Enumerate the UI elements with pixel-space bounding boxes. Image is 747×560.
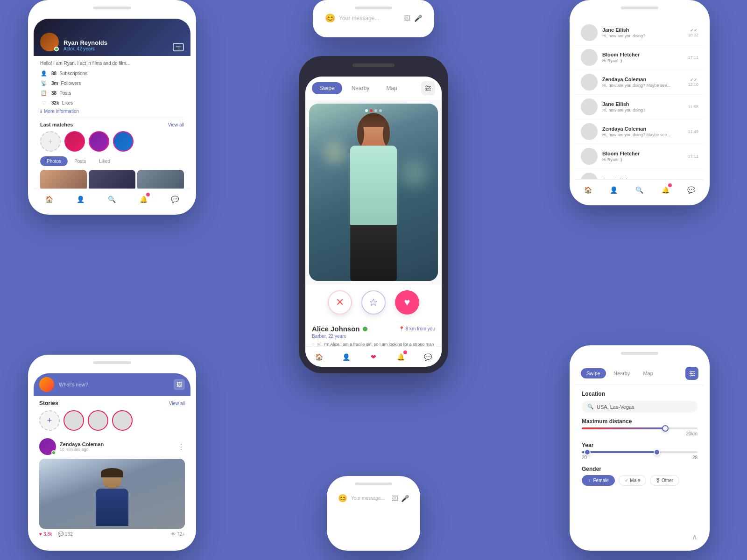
message-item[interactable]: Zendaya Coleman Hi, how are you doing? M…: [575, 70, 704, 95]
filter-btn[interactable]: [421, 81, 435, 95]
distance-fill: [582, 427, 665, 429]
match-avatar-1[interactable]: [64, 131, 85, 152]
stories-header: Stories View all: [34, 396, 190, 408]
distance-track: [582, 427, 698, 429]
mini-mic-icon[interactable]: 🎤: [401, 495, 409, 502]
star-button[interactable]: ☆: [361, 290, 386, 315]
message-input-inner: 😊 Your message... 🖼 🎤: [318, 9, 429, 32]
phone-messages: Jane Eilish Hi, how are you doing? ✓✓ 18…: [570, 0, 710, 205]
tab-swipe[interactable]: Swipe: [312, 82, 342, 94]
notification-badge: [668, 183, 672, 187]
message-item[interactable]: Bloom Fletcher Hi Ryan! :) 17:11: [575, 144, 704, 169]
post-person: [93, 468, 131, 529]
filter-tab-swipe[interactable]: Swipe: [581, 368, 606, 378]
msg-name-1: Jane Eilish: [602, 27, 688, 33]
match-avatar-3[interactable]: [113, 131, 134, 152]
matches-row: +: [40, 131, 184, 152]
year-thumb-left[interactable]: [584, 449, 591, 455]
mini-input-placeholder[interactable]: Your message...: [351, 496, 388, 501]
chevron-up-icon[interactable]: ∧: [692, 532, 698, 541]
gender-other-btn[interactable]: ⚧ Other: [650, 475, 679, 486]
dot-1: [365, 109, 368, 112]
story-avatar-1[interactable]: [63, 410, 84, 431]
swipe-bottom-nav: 🏠 👤 ❤ 🔔 💬: [305, 346, 442, 367]
add-story-btn[interactable]: +: [39, 410, 60, 431]
card-name-row: Alice Johnson 📍 8 km from you: [312, 325, 435, 333]
match-avatar-2[interactable]: [89, 131, 109, 152]
nav-search[interactable]: 🔍: [634, 185, 645, 195]
camera-icon[interactable]: 📷: [173, 43, 184, 51]
dislike-button[interactable]: ✕: [328, 290, 352, 315]
distance-labels: 20km: [582, 431, 698, 436]
msg-content-4: Jane Eilish Hi, how are you doing?: [602, 101, 688, 112]
nav-person[interactable]: 👤: [76, 194, 86, 204]
msg-preview-5: Hi, how are you doing? Maybe see...: [602, 133, 688, 137]
message-item[interactable]: Bloom Fletcher Hi Ryan! :) 17:11: [575, 45, 704, 70]
like-button[interactable]: ♥: [395, 290, 419, 315]
content-tabs: Photos Posts Liked: [40, 156, 184, 166]
nav-home[interactable]: 🏠: [583, 185, 593, 195]
bokeh-1: [323, 141, 346, 164]
year-label: Year: [582, 442, 698, 448]
nav-swipe-active[interactable]: ❤: [368, 352, 379, 362]
mini-image-icon[interactable]: 🖼: [392, 495, 398, 502]
message-list: Jane Eilish Hi, how are you doing? ✓✓ 18…: [575, 17, 704, 197]
feed-placeholder[interactable]: What's new?: [59, 382, 174, 387]
nav-home[interactable]: 🏠: [44, 194, 55, 204]
phone-swipe-main: Swipe Nearby Map: [299, 56, 448, 373]
distance-thumb[interactable]: [662, 425, 669, 432]
nav-chat[interactable]: 💬: [423, 352, 433, 362]
gender-male-btn[interactable]: ♂ Male: [619, 475, 646, 486]
likes-label: Likes: [62, 100, 73, 105]
tab-map[interactable]: Map: [379, 82, 404, 94]
message-item[interactable]: Jane Eilish Hi, how are you doing? ✓✓ 18…: [575, 21, 704, 45]
story-avatar-3[interactable]: [112, 410, 133, 431]
person-figure: [327, 113, 420, 281]
nav-search[interactable]: 🔍: [107, 194, 117, 204]
photo-2[interactable]: [89, 170, 135, 191]
add-match-btn[interactable]: +: [40, 131, 61, 152]
post-comments[interactable]: 💬 132: [58, 532, 73, 537]
tab-liked[interactable]: Liked: [92, 156, 117, 166]
story-avatar-2[interactable]: [88, 410, 108, 431]
year-thumb-right[interactable]: [654, 449, 660, 455]
bottom-nav: 🏠 👤 🔍 🔔 💬: [34, 189, 190, 209]
year-track: [582, 451, 698, 453]
msg-time-1: 18:32: [688, 33, 698, 37]
swipe-card[interactable]: [309, 104, 438, 281]
nav-bell[interactable]: 🔔: [138, 194, 148, 204]
post-likes[interactable]: ♥ 3.8k: [39, 532, 52, 537]
stories-view-all[interactable]: View all: [169, 401, 185, 406]
filter-tab-map[interactable]: Map: [637, 368, 658, 378]
nav-home[interactable]: 🏠: [314, 352, 324, 362]
nav-person[interactable]: 👤: [341, 352, 352, 362]
mic-icon[interactable]: 🎤: [414, 14, 422, 22]
feed-photo-icon[interactable]: 🖼: [174, 379, 185, 390]
message-item[interactable]: Jane Eilish Hi, how are you doing? 11:58: [575, 95, 704, 119]
distance-slider[interactable]: 20km: [582, 427, 698, 436]
feed-header: What's new? 🖼: [34, 373, 190, 396]
nav-bell[interactable]: 🔔: [660, 185, 670, 195]
post-more-icon[interactable]: ⋮: [177, 442, 185, 451]
more-info-link[interactable]: ℹ More information: [40, 109, 184, 114]
message-placeholder[interactable]: Your message...: [339, 15, 400, 21]
message-item[interactable]: Zendaya Coleman Hi, how are you doing? M…: [575, 119, 704, 144]
nav-chat-active[interactable]: 💬: [686, 185, 696, 195]
image-icon[interactable]: 🖼: [404, 14, 410, 22]
filter-tab-nearby[interactable]: Nearby: [608, 368, 635, 378]
tab-nearby[interactable]: Nearby: [344, 82, 377, 94]
photo-1[interactable]: [40, 170, 87, 191]
nav-bell[interactable]: 🔔: [395, 352, 406, 362]
gender-female-btn[interactable]: ♀ Female: [582, 475, 615, 486]
nav-chat[interactable]: 💬: [169, 194, 180, 204]
location-input[interactable]: 🔍 USA, Las-Vegas: [582, 401, 698, 413]
photo-3[interactable]: [137, 170, 184, 191]
nav-person[interactable]: 👤: [609, 185, 619, 195]
tab-photos[interactable]: Photos: [40, 156, 68, 166]
emoji-icon[interactable]: 😊: [325, 13, 335, 23]
year-slider[interactable]: 20 28: [582, 451, 698, 460]
post-time: 10 minutes ago: [60, 447, 177, 452]
tab-posts[interactable]: Posts: [68, 156, 92, 166]
view-all-link[interactable]: View all: [168, 122, 184, 127]
filter-settings-icon[interactable]: [685, 367, 698, 380]
